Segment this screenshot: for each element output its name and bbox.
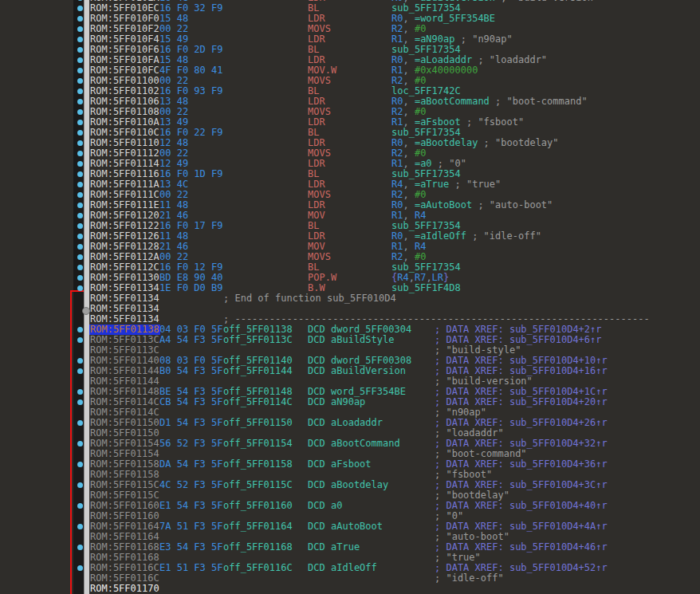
immediate-operand[interactable]: #0 — [415, 189, 426, 200]
breakpoint-dot-icon[interactable] — [77, 120, 83, 125]
offset-name-label[interactable]: off_5FF01154 — [223, 439, 293, 449]
breakpoint-dot-icon[interactable] — [77, 151, 83, 156]
symbol-operand[interactable]: =aAutoBoot — [415, 199, 472, 210]
mnemonic[interactable]: DCD — [308, 418, 325, 428]
bytes-cell[interactable]: E3 54 F3 5F — [159, 542, 222, 553]
operand-punct[interactable]: , — [403, 13, 414, 24]
disasm-row[interactable]: ROM:5FF01150D1 54 F3 5Foff_5FF01150DCDaL… — [89, 418, 700, 428]
operand-punct[interactable]: } — [443, 272, 449, 283]
breakpoint-dot-icon[interactable] — [77, 16, 83, 22]
symbol-operand[interactable]: =aFsboot — [415, 116, 461, 128]
breakpoint-dot-icon[interactable] — [77, 68, 83, 73]
breakpoint-dot-icon[interactable] — [77, 503, 83, 509]
bytes-cell[interactable]: D1 54 F3 5F — [159, 418, 222, 428]
register-operand[interactable]: R1 — [391, 33, 403, 45]
mnemonic[interactable]: DCD — [308, 439, 325, 449]
breakpoint-dot-icon[interactable] — [77, 37, 83, 42]
register-operand[interactable]: R0 — [391, 137, 403, 148]
inline-comment[interactable]: ; "0" — [432, 158, 466, 169]
register-operand[interactable]: LR — [432, 272, 443, 283]
operand-punct[interactable]: , — [403, 54, 414, 65]
breakpoint-dot-icon[interactable] — [77, 78, 83, 84]
symbol-operand[interactable]: sub_5FF17354 — [391, 2, 461, 14]
mnemonic[interactable]: DCD — [308, 480, 325, 490]
mnemonic[interactable]: DCD — [308, 335, 325, 345]
address-cell[interactable]: ROM:5FF01170 — [90, 584, 159, 594]
data-operand[interactable]: aLoadaddr — [331, 418, 383, 428]
register-operand[interactable]: R0 — [391, 230, 403, 242]
immediate-operand[interactable]: #0 — [415, 251, 426, 262]
breakpoint-dot-icon[interactable] — [77, 203, 83, 208]
data-operand[interactable]: aN90ap — [331, 397, 365, 407]
breakpoint-dot-icon[interactable] — [77, 57, 83, 63]
offset-name-label[interactable]: off_5FF0113C — [223, 335, 293, 345]
data-operand[interactable]: aBuildVersion — [331, 366, 406, 376]
disasm-row[interactable]: ROM:5FF0114CCB 54 F3 5Foff_5FF0114CDCDaN… — [89, 397, 700, 407]
breakpoint-dot-icon[interactable] — [77, 26, 83, 32]
operand-punct[interactable]: , — [403, 251, 414, 262]
register-operand[interactable]: R4 — [415, 210, 426, 221]
breakpoint-dot-icon[interactable] — [77, 89, 83, 94]
symbol-operand[interactable]: =word_5FF354BE — [415, 13, 495, 24]
register-operand[interactable]: R2 — [391, 106, 403, 117]
offset-name-label[interactable]: off_5FF01168 — [223, 542, 293, 553]
inline-comment[interactable]: ; "boot-command" — [490, 96, 588, 107]
breakpoint-dot-icon[interactable] — [77, 223, 83, 229]
register-operand[interactable]: R2 — [391, 75, 403, 86]
breakpoint-dot-icon[interactable] — [77, 399, 83, 405]
operand-punct[interactable]: , — [403, 33, 414, 45]
immediate-operand[interactable]: #0 — [415, 23, 426, 34]
breakpoint-dot-icon[interactable] — [77, 420, 83, 426]
register-operand[interactable]: R1 — [391, 65, 403, 76]
data-operand[interactable]: aBootCommand — [331, 439, 400, 449]
offset-name-label[interactable]: off_5FF01158 — [223, 459, 293, 470]
inline-comment[interactable]: ; "true" — [449, 179, 501, 190]
register-operand[interactable]: R1 — [391, 116, 403, 128]
breakpoint-dot-icon[interactable] — [77, 285, 83, 291]
operand-punct[interactable]: , — [403, 65, 414, 76]
register-operand[interactable]: R4 — [391, 179, 403, 190]
mnemonic[interactable]: DCD — [308, 521, 325, 532]
immediate-operand[interactable]: #0 — [415, 75, 426, 86]
breakpoint-dot-icon[interactable] — [77, 265, 83, 270]
operand-punct[interactable]: , — [403, 179, 414, 190]
operand-punct[interactable]: , — [403, 23, 414, 34]
operand-punct[interactable]: , — [403, 210, 414, 221]
symbol-operand[interactable]: sub_5FF17354 — [391, 220, 461, 231]
mnemonic[interactable]: DCD — [308, 459, 325, 470]
data-operand[interactable]: aAutoBoot — [331, 521, 383, 532]
disasm-row[interactable]: ROM:5FF01170 — [89, 584, 700, 594]
register-operand[interactable]: R2 — [391, 23, 403, 34]
bytes-cell[interactable]: E1 54 F3 5F — [159, 501, 222, 511]
left-scrollbar-track[interactable] — [84, 0, 89, 594]
breakpoint-dot-icon[interactable] — [77, 337, 83, 343]
operands[interactable]: sub_5FF1F4D8 — [391, 283, 461, 293]
operand-punct[interactable]: , — [403, 137, 414, 148]
symbol-operand[interactable]: =aTrue — [415, 179, 449, 190]
register-operand[interactable]: R1 — [391, 158, 403, 169]
data-operand[interactable]: aIdleOff — [331, 563, 377, 573]
data-operand[interactable]: aBuildStyle — [331, 335, 394, 345]
symbol-operand[interactable]: =aN90ap — [415, 33, 455, 45]
bytes-cell[interactable]: 1E F0 D0 B9 — [159, 283, 222, 293]
symbol-operand[interactable]: =aIdleOff — [415, 230, 466, 242]
mnemonic[interactable]: DCD — [308, 563, 325, 573]
breakpoint-dot-icon[interactable] — [77, 358, 83, 364]
operand-punct[interactable]: , — [403, 189, 414, 200]
register-operand[interactable]: R2 — [391, 189, 403, 200]
immediate-operand[interactable]: #0 — [415, 106, 426, 117]
symbol-operand[interactable]: sub_5FF17354 — [391, 168, 461, 179]
register-operand[interactable]: R0 — [391, 96, 403, 107]
operand-punct[interactable]: , — [403, 148, 414, 159]
register-operand[interactable]: R0 — [391, 54, 403, 65]
offset-name-label[interactable]: off_5FF0116C — [223, 563, 293, 573]
bytes-cell[interactable]: E1 51 F3 5F — [159, 563, 222, 573]
inline-comment[interactable]: ; "idle-off" — [466, 230, 541, 242]
symbol-operand[interactable]: =aBootdelay — [415, 137, 478, 148]
breakpoint-dot-icon[interactable] — [77, 99, 83, 104]
breakpoint-dot-icon[interactable] — [77, 109, 83, 115]
inline-comment[interactable]: ; "loadaddr" — [472, 54, 547, 65]
register-operand[interactable]: R4 — [415, 241, 426, 252]
offset-name-label[interactable]: off_5FF01144 — [223, 366, 293, 376]
operand-punct[interactable]: , — [403, 158, 414, 169]
